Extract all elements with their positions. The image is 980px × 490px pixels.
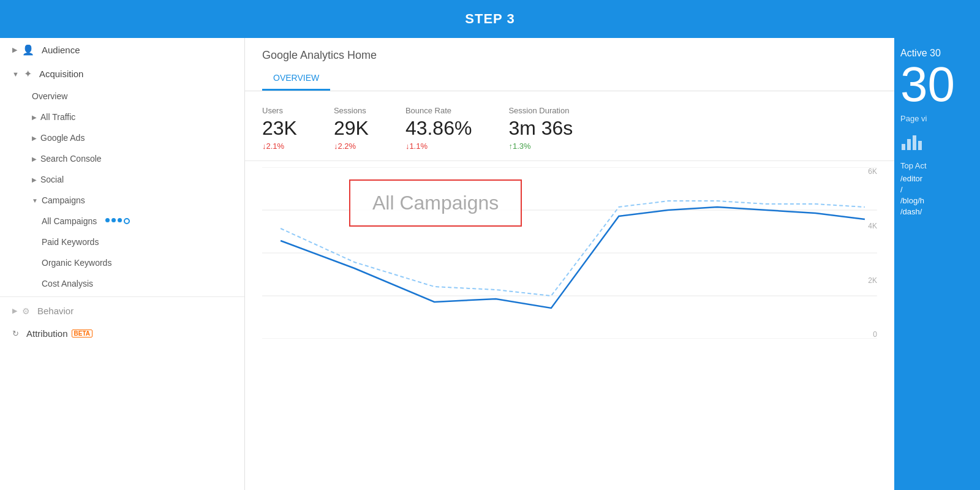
session-duration-change-value: ↑1.3% [508,141,530,151]
banner-label: STEP 3 [465,11,514,26]
dot-1 [105,218,110,222]
campaigns-arrow: ▼ [32,197,38,204]
session-duration-value: 3m 36s [508,118,573,139]
sidebar-item-behavior[interactable]: ▶ ⚙ Behavior [0,300,244,322]
sidebar: ▶ 👤 Audience ▼ ✦ Acquisition Overview ▶ … [0,38,245,490]
tab-overview[interactable]: OVERVIEW [262,67,330,91]
users-value: 23K [262,118,297,139]
sidebar-item-campaigns[interactable]: ▼ Campaigns [0,190,244,211]
right-panel-link-0[interactable]: /editor [900,174,974,183]
bounce-rate-value: 43.86% [405,118,472,139]
sidebar-divider [0,296,244,297]
right-panel-link-2[interactable]: /blog/h [900,196,974,205]
dot-3 [118,218,122,222]
sidebar-item-cost-analysis[interactable]: Cost Analysis [0,273,244,294]
acquisition-icon: ✦ [24,68,32,80]
sidebar-item-google-ads[interactable]: ▶ Google Ads [0,127,244,148]
audience-icon: 👤 [22,44,34,56]
tab-bar: OVERVIEW [245,67,894,91]
svg-rect-5 [902,144,905,150]
sessions-change-value: ↓2.2% [334,141,356,151]
sidebar-item-all-campaigns[interactable]: All Campaigns [0,211,244,232]
svg-rect-7 [913,135,916,150]
overview-label: Overview [32,91,67,101]
chart-area: 6K 4K 2K 0 All Campaigns [245,161,894,357]
metric-bounce-rate: Bounce Rate 43.86% ↓1.1% [405,106,472,151]
session-duration-label: Session Duration [508,106,573,115]
social-arrow: ▶ [32,176,37,183]
attribution-icon: ↻ [12,329,19,338]
right-panel: Active 30 30 Page vi Top Act /editor / /… [894,38,980,490]
active-dots [105,218,130,224]
search-console-label: Search Console [40,154,102,164]
sidebar-item-paid-keywords[interactable]: Paid Keywords [0,232,244,252]
sidebar-item-audience[interactable]: ▶ 👤 Audience [0,38,244,62]
all-campaigns-label: All Campaigns [42,216,97,226]
right-panel-link-1[interactable]: / [900,185,974,194]
chart-svg [262,167,877,339]
metric-sessions: Sessions 29K ↓2.2% [334,106,369,151]
all-traffic-label: All Traffic [40,112,75,122]
social-label: Social [40,175,64,184]
right-panel-pageview-label: Page vi [900,114,974,123]
beta-badge: BETA [72,330,92,337]
all-traffic-arrow: ▶ [32,114,37,121]
right-panel-link-3[interactable]: /dash/ [900,207,974,216]
google-ads-label: Google Ads [40,133,85,143]
sidebar-item-overview[interactable]: Overview [0,86,244,107]
audience-label: Audience [42,45,80,55]
chart-line-dashed [281,201,865,296]
behavior-label: Behavior [37,306,74,316]
sessions-change: ↓2.2% [334,141,369,151]
cost-analysis-label: Cost Analysis [42,279,93,288]
right-panel-bar-icon [900,132,925,150]
attribution-label: Attribution BETA [26,328,92,339]
users-label: Users [262,106,297,115]
bounce-rate-change-value: ↓1.1% [405,141,428,151]
chart-line-solid [281,207,865,308]
search-console-arrow: ▶ [32,156,37,162]
behavior-arrow: ▶ [12,307,17,315]
right-panel-number: 30 [900,60,974,109]
acquisition-label: Acquisition [39,69,84,79]
svg-rect-6 [907,139,911,150]
metric-session-duration: Session Duration 3m 36s ↑1.3% [508,106,573,151]
svg-rect-8 [918,141,922,150]
sidebar-item-organic-keywords[interactable]: Organic Keywords [0,252,244,273]
sidebar-item-search-console[interactable]: ▶ Search Console [0,148,244,169]
right-panel-top-active-label: Top Act [900,161,974,170]
users-change: ↓2.1% [262,141,297,151]
metrics-row: Users 23K ↓2.1% Sessions 29K ↓2.2% Bounc… [245,91,894,161]
sidebar-item-social[interactable]: ▶ Social [0,169,244,190]
main-content: Google Analytics Home OVERVIEW Users 23K… [245,38,894,490]
sessions-value: 29K [334,118,369,139]
dot-outline [124,218,130,224]
sidebar-item-all-traffic[interactable]: ▶ All Traffic [0,107,244,127]
dot-2 [111,218,116,222]
sidebar-item-acquisition[interactable]: ▼ ✦ Acquisition [0,62,244,86]
session-duration-change: ↑1.3% [508,141,573,151]
sidebar-item-attribution[interactable]: ↻ Attribution BETA [0,322,244,345]
page-title: Google Analytics Home [245,38,894,62]
metric-users: Users 23K ↓2.1% [262,106,297,151]
organic-keywords-label: Organic Keywords [42,258,111,268]
google-ads-arrow: ▶ [32,135,37,141]
top-banner: STEP 3 [0,0,980,38]
campaigns-label: Campaigns [42,195,85,205]
behavior-icon: ⚙ [22,306,30,316]
paid-keywords-label: Paid Keywords [42,237,99,247]
bounce-rate-change: ↓1.1% [405,141,472,151]
audience-arrow: ▶ [12,46,17,54]
acquisition-arrow: ▼ [12,70,19,78]
bounce-rate-label: Bounce Rate [405,106,472,115]
users-change-value: ↓2.1% [262,141,284,151]
sessions-label: Sessions [334,106,369,115]
